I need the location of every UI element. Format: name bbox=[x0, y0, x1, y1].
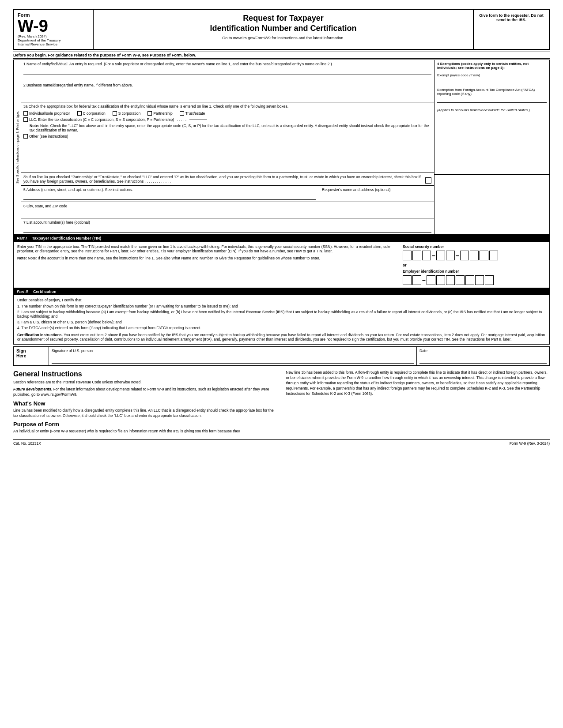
ein-cell-9[interactable] bbox=[485, 275, 494, 285]
ssn-cell-8[interactable] bbox=[480, 251, 488, 260]
signature-area[interactable]: Signature of U.S. person bbox=[49, 347, 417, 365]
tin-instructions-text: Enter your TIN in the appropriate box. T… bbox=[17, 244, 395, 253]
part-1-header: Part I Taxpayer Identification Number (T… bbox=[13, 235, 550, 242]
irs-label: Internal Revenue Service bbox=[18, 42, 89, 46]
purpose-title: Purpose of Form bbox=[13, 421, 277, 428]
title-line1: Request for Taxpayer bbox=[243, 14, 324, 23]
signature-label: Signature of U.S. person bbox=[52, 349, 414, 353]
ssn-cell-3[interactable] bbox=[422, 251, 431, 260]
checkbox-llc[interactable]: LLC. Enter the tax classification (C = C… bbox=[23, 117, 207, 122]
cert-instructions-text: You must cross out item 2 above if you h… bbox=[17, 333, 545, 341]
sign-right: Signature of U.S. person Date bbox=[49, 347, 549, 365]
checkbox-partnership-box[interactable] bbox=[147, 111, 152, 116]
field-3b-checkbox[interactable] bbox=[425, 177, 431, 184]
gen-left-col: General Instructions Section references … bbox=[13, 370, 277, 436]
sign-section: SignHere Signature of U.S. person Date bbox=[13, 346, 550, 366]
ssn-cell-1[interactable] bbox=[403, 251, 412, 260]
exempt-payee-input[interactable] bbox=[437, 78, 547, 84]
checkbox-trust[interactable]: Trust/estate bbox=[180, 111, 205, 116]
cert-instructions-block: Certification instructions. You must cro… bbox=[17, 333, 546, 341]
whats-new-title: What's New bbox=[13, 400, 277, 407]
field-7-input[interactable] bbox=[23, 226, 431, 233]
field-7-row: 7 List account number(s) here (optional) bbox=[21, 218, 434, 234]
future-dev-label: Future developments. bbox=[13, 387, 52, 391]
field-6-input[interactable] bbox=[23, 210, 316, 216]
checkbox-llc-box[interactable] bbox=[23, 117, 28, 122]
ein-cell-4[interactable] bbox=[436, 275, 445, 285]
date-area[interactable]: Date bbox=[417, 347, 549, 365]
field-3a-label: 3a Check the appropriate box for federal… bbox=[23, 104, 431, 109]
part-2-label: Part II bbox=[17, 289, 28, 294]
checkbox-individual[interactable]: Individual/sole proprietor bbox=[23, 111, 70, 116]
date-input[interactable] bbox=[419, 355, 547, 364]
checkbox-trust-box[interactable] bbox=[180, 111, 184, 116]
tin-note-label: Note: bbox=[17, 256, 27, 260]
checkbox-c-corp-box[interactable] bbox=[77, 111, 82, 116]
llc-note-bold: Note: bbox=[30, 124, 39, 128]
gen-title: General Instructions bbox=[13, 370, 277, 378]
field-5-input[interactable] bbox=[23, 194, 316, 200]
ein-cell-7[interactable] bbox=[465, 275, 474, 285]
ein-label: Employer identification number bbox=[403, 269, 546, 274]
exempt-payee-label: Exempt payee code (if any) bbox=[437, 73, 547, 77]
exemptions-title: 4 Exemptions (codes apply only to certai… bbox=[437, 62, 547, 70]
form-ref: Form W-9 (Rev. 3-2024) bbox=[510, 441, 550, 446]
field-1-input[interactable] bbox=[23, 68, 431, 75]
header-title: Request for Taxpayer Identification Numb… bbox=[94, 10, 474, 49]
ein-boxes: – bbox=[403, 275, 546, 285]
sign-here-label: SignHere bbox=[14, 347, 49, 365]
field-2-row: 2 Business name/disregarded entity name,… bbox=[21, 81, 434, 102]
checkbox-c-corp-label: C corporation bbox=[83, 111, 106, 116]
field-6-left: 6 City, state, and ZIP code bbox=[21, 202, 319, 218]
ssn-cell-4[interactable] bbox=[436, 251, 445, 260]
field-5-left: 5 Address (number, street, and apt. or s… bbox=[21, 186, 319, 202]
checkbox-s-corp[interactable]: S corporation bbox=[113, 111, 141, 116]
ssn-cell-6[interactable] bbox=[460, 251, 469, 260]
form-right-panel: 4 Exemptions (codes apply only to certai… bbox=[435, 60, 549, 234]
sign-here-text: SignHere bbox=[16, 349, 46, 358]
checkbox-s-corp-box[interactable] bbox=[113, 111, 117, 116]
ein-cell-8[interactable] bbox=[475, 275, 484, 285]
checkbox-individual-box[interactable] bbox=[23, 111, 28, 116]
ssn-cell-9[interactable] bbox=[489, 251, 498, 260]
field-3b-text: 3b If on line 3a you checked "Partnershi… bbox=[23, 175, 422, 184]
form-number: W-9 bbox=[18, 18, 89, 34]
field-5-right: Requester's name and address (optional) bbox=[319, 186, 434, 202]
ssn-dash-2: – bbox=[456, 252, 459, 259]
field-3a-row: 3a Check the appropriate box for federal… bbox=[21, 102, 434, 173]
or-text: or bbox=[403, 263, 546, 267]
tin-instructions: Enter your TIN in the appropriate box. T… bbox=[14, 242, 399, 288]
part-2-title: Certification bbox=[33, 289, 57, 294]
ein-dash: – bbox=[422, 277, 426, 284]
ein-cell-6[interactable] bbox=[456, 275, 465, 285]
checkbox-partnership-label: Partnership bbox=[153, 111, 172, 116]
fatca-input[interactable] bbox=[437, 97, 547, 103]
field-6-label: 6 City, state, and ZIP code bbox=[23, 204, 316, 208]
ssn-cell-5[interactable] bbox=[446, 251, 455, 260]
checkbox-other[interactable]: Other (see instructions) bbox=[23, 134, 68, 139]
url-instruction: Go to www.irs.gov/FormW9 for instruction… bbox=[98, 36, 469, 40]
ein-cell-5[interactable] bbox=[446, 275, 455, 285]
ssn-label: Social security number bbox=[403, 244, 546, 249]
field-1-label: 1 Name of entity/individual. An entry is… bbox=[23, 62, 431, 66]
checkbox-trust-label: Trust/estate bbox=[185, 111, 205, 116]
tin-section: Enter your TIN in the appropriate box. T… bbox=[13, 242, 550, 288]
ssn-cell-7[interactable] bbox=[470, 251, 479, 260]
signature-input[interactable] bbox=[52, 355, 414, 364]
form-fields-left: 1 Name of entity/individual. An entry is… bbox=[21, 60, 435, 234]
tin-note: Note: Note: If the account is in more th… bbox=[17, 256, 395, 260]
field-1-row: 1 Name of entity/individual. An entry is… bbox=[21, 60, 434, 81]
checkbox-c-corp[interactable]: C corporation bbox=[77, 111, 106, 116]
ein-cell-1[interactable] bbox=[403, 275, 412, 285]
exemptions-section: 4 Exemptions (codes apply only to certai… bbox=[435, 60, 549, 175]
whats-new-text: Line 3a has been modified to clarify how… bbox=[13, 408, 277, 419]
checkbox-partnership[interactable]: Partnership bbox=[147, 111, 172, 116]
header-form-id: Form W-9 (Rev. March 2024) Department of… bbox=[14, 10, 94, 49]
ssn-cell-2[interactable] bbox=[412, 251, 421, 260]
cert-item-1: 1. The number shown on this form is my c… bbox=[17, 304, 546, 308]
ein-cell-2[interactable] bbox=[412, 275, 421, 285]
checkbox-other-box[interactable] bbox=[23, 134, 28, 139]
fatca-title: Exemption from Foreign Account Tax Compl… bbox=[437, 88, 547, 96]
ein-cell-3[interactable] bbox=[427, 275, 435, 285]
field-2-input[interactable] bbox=[23, 89, 431, 96]
